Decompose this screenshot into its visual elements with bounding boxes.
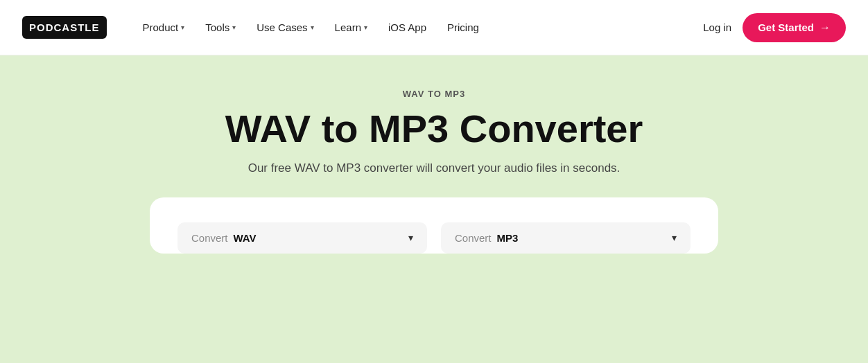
to-value: MP3 bbox=[497, 232, 519, 244]
to-label-group: Convert MP3 bbox=[455, 232, 518, 244]
chevron-down-icon: ▾ bbox=[311, 24, 314, 31]
to-format-dropdown[interactable]: Convert MP3 ▾ bbox=[441, 222, 691, 254]
subtitle-label: WAV TO MP3 bbox=[403, 89, 465, 99]
dropdowns-row: Convert WAV ▾ Convert MP3 ▾ bbox=[177, 222, 691, 254]
arrow-right-icon: → bbox=[819, 21, 831, 34]
logo-text: PODCASTLE bbox=[22, 16, 107, 39]
login-button[interactable]: Log in bbox=[703, 21, 731, 33]
chevron-down-icon: ▾ bbox=[181, 24, 184, 31]
nav-item-ios-app[interactable]: iOS App bbox=[380, 16, 435, 39]
header-actions: Log in Get Started → bbox=[703, 13, 846, 42]
converter-card: Convert WAV ▾ Convert MP3 ▾ bbox=[150, 197, 718, 254]
main-content: WAV TO MP3 WAV to MP3 Converter Our free… bbox=[0, 55, 868, 254]
nav-item-product[interactable]: Product ▾ bbox=[134, 16, 193, 39]
main-title: WAV to MP3 Converter bbox=[225, 107, 643, 150]
chevron-down-icon: ▾ bbox=[232, 24, 236, 31]
get-started-button[interactable]: Get Started → bbox=[743, 13, 846, 42]
to-prefix: Convert bbox=[455, 232, 492, 244]
nav-item-use-cases[interactable]: Use Cases ▾ bbox=[248, 16, 322, 39]
nav-item-learn[interactable]: Learn ▾ bbox=[327, 16, 376, 39]
chevron-down-icon: ▾ bbox=[408, 232, 413, 243]
chevron-down-icon: ▾ bbox=[672, 232, 677, 243]
main-description: Our free WAV to MP3 converter will conve… bbox=[248, 161, 620, 175]
nav-item-tools[interactable]: Tools ▾ bbox=[197, 16, 244, 39]
from-label-group: Convert WAV bbox=[191, 232, 257, 244]
header: PODCASTLE Product ▾ Tools ▾ Use Cases ▾ … bbox=[0, 0, 868, 55]
logo[interactable]: PODCASTLE bbox=[22, 16, 107, 39]
chevron-down-icon: ▾ bbox=[364, 24, 367, 31]
nav-item-pricing[interactable]: Pricing bbox=[439, 16, 487, 39]
from-prefix: Convert bbox=[191, 232, 228, 244]
from-format-dropdown[interactable]: Convert WAV ▾ bbox=[177, 222, 427, 254]
nav: Product ▾ Tools ▾ Use Cases ▾ Learn ▾ iO… bbox=[134, 16, 704, 39]
from-value: WAV bbox=[234, 232, 257, 244]
